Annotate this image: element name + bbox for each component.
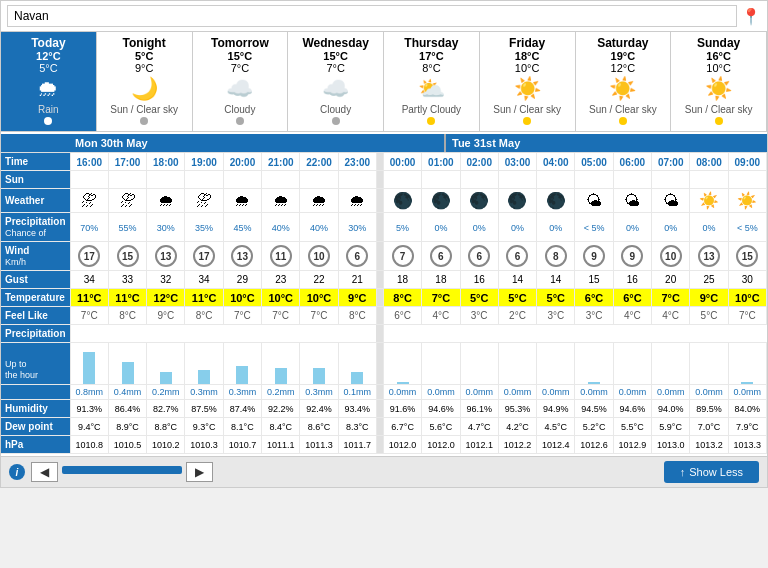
cell: 5°C: [498, 289, 536, 307]
cell: 9.3°C: [185, 418, 223, 436]
row-label: [1, 385, 70, 400]
day-tab-tonight[interactable]: Tonight 5°C9°C 🌙 Sun / Clear sky: [97, 32, 193, 131]
tab-dot: [427, 117, 435, 125]
cell: 17: [185, 242, 223, 271]
cell: [223, 171, 261, 189]
cell: [108, 343, 146, 385]
cell: 21: [338, 271, 376, 289]
cell: 20:00: [223, 153, 261, 171]
divider-col: [376, 189, 383, 213]
day-tab-friday[interactable]: Friday 18°C10°C ☀️ Sun / Clear sky: [480, 32, 576, 131]
cell: 94.0%: [652, 400, 690, 418]
divider-col: [376, 271, 383, 289]
cell: 10°C: [300, 289, 338, 307]
cell: 08:00: [690, 153, 728, 171]
row-label: Up tothe hour: [1, 343, 70, 385]
cell: 03:00: [498, 153, 536, 171]
cell: 8°C: [185, 307, 223, 325]
scroll-left-button[interactable]: ◀: [31, 462, 58, 482]
row-label: Dew point: [1, 418, 70, 436]
day-tab-tomorrow[interactable]: Tomorrow 15°C7°C ☁️ Cloudy: [193, 32, 289, 131]
cell: 5.9°C: [652, 418, 690, 436]
show-less-button[interactable]: ↑ Show Less: [664, 461, 759, 483]
cell: 9°C: [338, 289, 376, 307]
cell: 0.0mm: [575, 385, 613, 400]
cell: 93.4%: [338, 400, 376, 418]
cell: [185, 171, 223, 189]
scroll-right-button[interactable]: ▶: [186, 462, 213, 482]
tab-name: Today: [3, 36, 94, 50]
cell: [652, 343, 690, 385]
cell: [108, 325, 146, 343]
cell: 13: [690, 242, 728, 271]
cell: 5°C: [460, 289, 498, 307]
cell: 1010.7: [223, 436, 261, 454]
cell: 🌧: [338, 189, 376, 213]
cell: 15: [108, 242, 146, 271]
day-tab-wednesday[interactable]: Wednesday 15°C7°C ☁️ Cloudy: [288, 32, 384, 131]
cell: 13: [223, 242, 261, 271]
cell: 09:00: [728, 153, 766, 171]
cell: 5.5°C: [613, 418, 651, 436]
cell: 1012.0: [422, 436, 460, 454]
cell: 9: [613, 242, 651, 271]
cell: 5.6°C: [422, 418, 460, 436]
cell: 7°C: [70, 307, 108, 325]
cell: 21:00: [262, 153, 300, 171]
cell: 16:00: [70, 153, 108, 171]
day-tab-saturday[interactable]: Saturday 19°C12°C ☀️ Sun / Clear sky: [576, 32, 672, 131]
tab-name: Tomorrow: [195, 36, 286, 50]
tab-temps: 17°C8°C: [386, 50, 477, 74]
tab-icon: ☀️: [482, 76, 573, 102]
arrow-up-icon: ↑: [680, 466, 686, 478]
date-spacer: [1, 134, 69, 152]
tab-temps: 5°C9°C: [99, 50, 190, 74]
cell: 7.9°C: [728, 418, 766, 436]
cell: [537, 343, 575, 385]
cell: 92.2%: [262, 400, 300, 418]
table-row: Up tothe hour: [1, 343, 767, 385]
cell: 17: [70, 242, 108, 271]
cell: [575, 343, 613, 385]
tab-dot: [140, 117, 148, 125]
cell: 94.6%: [613, 400, 651, 418]
divider-col: [376, 343, 383, 385]
cell: [652, 171, 690, 189]
cell: ☀️: [728, 189, 766, 213]
cell: 5°C: [537, 289, 575, 307]
cell: [422, 325, 460, 343]
cell: 🌑: [422, 189, 460, 213]
cell: 1011.7: [338, 436, 376, 454]
cell: 0.0mm: [728, 385, 766, 400]
search-input[interactable]: [7, 5, 737, 27]
scroll-bar[interactable]: [62, 466, 182, 474]
cell: [108, 171, 146, 189]
tab-desc: Partly Cloudy: [386, 104, 477, 115]
table-row: hPa1010.81010.51010.21010.31010.71011.11…: [1, 436, 767, 454]
cell: 9°C: [690, 289, 728, 307]
cell: 3°C: [537, 307, 575, 325]
cell: 18: [383, 271, 421, 289]
cell: 7°C: [728, 307, 766, 325]
cell: 15: [575, 271, 613, 289]
cell: [223, 325, 261, 343]
cell: 10: [652, 242, 690, 271]
cell: 1012.6: [575, 436, 613, 454]
day-tab-today[interactable]: Today 12°C5°C 🌧 Rain: [1, 32, 97, 131]
info-icon[interactable]: i: [9, 464, 25, 480]
cell: 01:00: [422, 153, 460, 171]
cell: [262, 343, 300, 385]
day-tab-thursday[interactable]: Thursday 17°C8°C ⛅ Partly Cloudy: [384, 32, 480, 131]
cell: < 5%: [575, 213, 613, 242]
cell: 06:00: [613, 153, 651, 171]
tab-temps: 12°C5°C: [3, 50, 94, 74]
search-bar: 📍: [1, 1, 767, 32]
cell: 🌑: [383, 189, 421, 213]
cell: 3°C: [460, 307, 498, 325]
cell: 23: [262, 271, 300, 289]
cell: 0%: [690, 213, 728, 242]
cell: 94.6%: [422, 400, 460, 418]
cell: 🌑: [460, 189, 498, 213]
day-tab-sunday[interactable]: Sunday 16°C10°C ☀️ Sun / Clear sky: [671, 32, 767, 131]
cell: 30%: [338, 213, 376, 242]
